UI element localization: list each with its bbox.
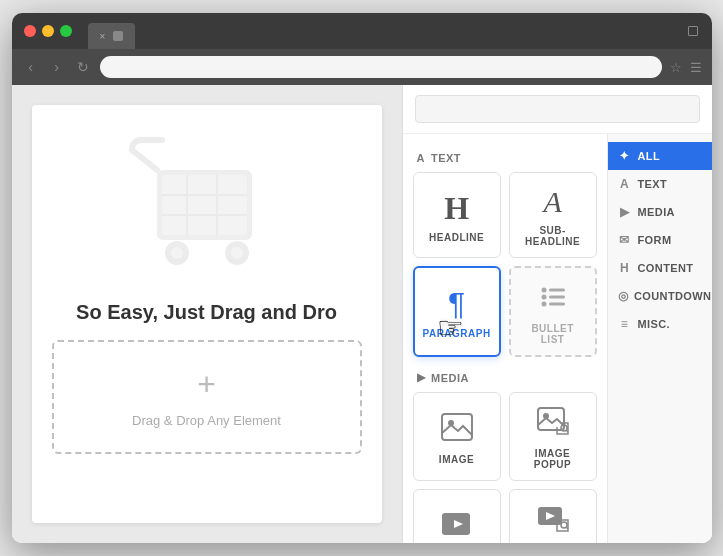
sub-headline-icon: A <box>543 187 561 217</box>
title-bar: × <box>12 13 712 49</box>
maximize-icon[interactable] <box>686 24 700 38</box>
main-content: So Easy, Just Drag and Dro + Drag & Drop… <box>12 85 712 543</box>
svg-point-9 <box>231 247 243 259</box>
element-card-video[interactable]: VIDEO <box>413 489 501 543</box>
element-card-bullet-list[interactable]: BULLET LIST <box>509 266 597 357</box>
form-category-label: ForM <box>638 234 672 246</box>
element-card-paragraph[interactable]: ¶ PARAGRAPH ☞ <box>413 266 501 357</box>
browser-tab[interactable]: × <box>88 23 136 49</box>
media-elements-grid: IMAGE <box>413 392 597 543</box>
svg-rect-13 <box>549 296 565 299</box>
paragraph-label: PARAGRAPH <box>423 328 491 339</box>
category-text[interactable]: A TEXT <box>608 170 712 198</box>
image-popup-icon <box>537 407 569 440</box>
svg-line-21 <box>566 431 568 433</box>
all-category-icon: ✦ <box>618 149 632 163</box>
svg-line-27 <box>566 528 568 530</box>
bullet-list-label: BULLET LIST <box>519 323 587 345</box>
url-bar[interactable] <box>100 56 662 78</box>
form-category-icon: ✉ <box>618 233 632 247</box>
browser-window: × ‹ › ↻ ☆ ☰ <box>12 13 712 543</box>
countdown-category-icon: ◎ <box>618 289 628 303</box>
svg-point-12 <box>541 295 546 300</box>
media-section-icon: ▶ <box>417 371 426 384</box>
image-label: IMAGE <box>439 454 474 465</box>
menu-icon[interactable]: ☰ <box>690 60 702 75</box>
drop-zone-label: Drag & Drop Any Element <box>132 413 281 428</box>
tab-area: × <box>88 13 136 49</box>
video-popup-icon <box>537 504 569 537</box>
svg-point-10 <box>541 288 546 293</box>
image-popup-label: IMAGE POPUP <box>518 448 588 470</box>
svg-rect-15 <box>549 303 565 306</box>
forward-button[interactable]: › <box>48 59 66 75</box>
image-icon <box>441 413 473 446</box>
element-card-sub-headline[interactable]: A SUB-HEADLINE <box>509 172 597 258</box>
svg-rect-11 <box>549 289 565 292</box>
svg-point-14 <box>541 302 546 307</box>
refresh-button[interactable]: ↻ <box>74 59 92 75</box>
panel-body: A TEXT H HEADLINE A SUB-HEADLINE <box>403 134 712 543</box>
page-title: So Easy, Just Drag and Dro <box>76 301 337 324</box>
category-content[interactable]: H CONTENT <box>608 254 712 282</box>
countdown-category-label: COUNTDOWN <box>634 290 712 302</box>
back-button[interactable]: ‹ <box>22 59 40 75</box>
sub-headline-label: SUB-HEADLINE <box>518 225 588 247</box>
svg-rect-18 <box>538 408 564 430</box>
svg-rect-1 <box>162 175 247 235</box>
minimize-button[interactable] <box>42 25 54 37</box>
elements-grid-area: A TEXT H HEADLINE A SUB-HEADLINE <box>403 134 607 543</box>
headline-label: HEADLINE <box>429 232 484 243</box>
element-search-input[interactable] <box>415 95 700 123</box>
headline-icon: H <box>444 192 469 224</box>
panel-search <box>403 85 712 134</box>
bullet-list-icon <box>539 282 567 315</box>
address-bar: ‹ › ↻ ☆ ☰ <box>12 49 712 85</box>
text-category-label: TEXT <box>638 178 668 190</box>
misc-category-icon: ≡ <box>618 317 632 331</box>
text-category-icon: A <box>618 177 632 191</box>
tab-close-icon[interactable]: × <box>100 31 106 42</box>
section-media-label: ▶ MEDIA <box>417 371 597 384</box>
page-preview: So Easy, Just Drag and Dro + Drag & Drop… <box>32 105 382 523</box>
svg-point-7 <box>171 247 183 259</box>
drop-plus-icon: + <box>197 366 216 403</box>
cart-illustration <box>117 125 297 285</box>
svg-point-26 <box>561 522 567 528</box>
element-card-headline[interactable]: H HEADLINE <box>413 172 501 258</box>
category-all[interactable]: ✦ ALL <box>608 142 712 170</box>
element-panel: A TEXT H HEADLINE A SUB-HEADLINE <box>402 85 712 543</box>
category-nav: ✦ ALL A TEXT ▶ MEDIA ✉ ForM <box>607 134 712 543</box>
media-category-icon: ▶ <box>618 205 632 219</box>
tab-favicon <box>113 31 123 41</box>
video-icon <box>441 510 473 543</box>
maximize-button[interactable] <box>60 25 72 37</box>
category-misc[interactable]: ≡ MISC. <box>608 310 712 338</box>
all-category-label: ALL <box>638 150 661 162</box>
element-card-image[interactable]: IMAGE <box>413 392 501 481</box>
category-media[interactable]: ▶ MEDIA <box>608 198 712 226</box>
text-section-icon: A <box>417 152 425 164</box>
content-category-icon: H <box>618 261 632 275</box>
traffic-lights <box>24 25 72 37</box>
close-button[interactable] <box>24 25 36 37</box>
category-form[interactable]: ✉ ForM <box>608 226 712 254</box>
bookmark-icon[interactable]: ☆ <box>670 60 682 75</box>
section-text-label: A TEXT <box>417 152 597 164</box>
drop-zone[interactable]: + Drag & Drop Any Element <box>52 340 362 454</box>
media-category-label: MEDIA <box>638 206 675 218</box>
misc-category-label: MISC. <box>638 318 671 330</box>
element-card-video-popup[interactable]: VIDEO POPUP <box>509 489 597 543</box>
svg-rect-16 <box>442 414 472 440</box>
canvas-area: So Easy, Just Drag and Dro + Drag & Drop… <box>12 85 402 543</box>
address-icons: ☆ ☰ <box>670 60 702 75</box>
category-countdown[interactable]: ◎ COUNTDOWN <box>608 282 712 310</box>
paragraph-icon: ¶ <box>448 288 465 320</box>
content-category-label: CONTENT <box>638 262 694 274</box>
element-card-image-popup[interactable]: IMAGE POPUP <box>509 392 597 481</box>
text-elements-grid: H HEADLINE A SUB-HEADLINE ¶ PARAGRAPH <box>413 172 597 357</box>
